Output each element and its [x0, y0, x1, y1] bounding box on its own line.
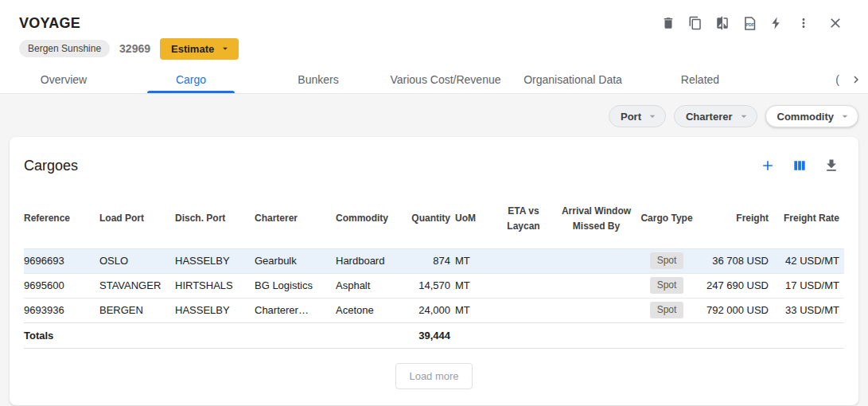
totals-quantity: 39,444 — [407, 322, 455, 348]
column-header-commodity: Commodity — [336, 189, 407, 248]
cell-arrival-window-missed-by — [557, 298, 640, 322]
cell-arrival-window-missed-by — [557, 248, 640, 273]
estimate-button-label: Estimate — [171, 43, 214, 55]
tab-related[interactable]: Related — [636, 65, 764, 93]
tab-overflow-partial[interactable]: ( — [764, 65, 844, 93]
chevron-down-icon — [220, 43, 231, 54]
download-button[interactable] — [819, 153, 844, 178]
close-button[interactable] — [822, 10, 849, 37]
cell-arrival-window-missed-by — [557, 273, 640, 298]
cell-charterer: Gearbulk — [255, 248, 336, 273]
delete-icon — [661, 16, 675, 30]
filter-charterer-label: Charterer — [686, 111, 733, 123]
load-more-button[interactable]: Load more — [395, 363, 472, 389]
pdf-export-button[interactable]: PDF — [736, 10, 763, 37]
totals-label: Totals — [24, 322, 99, 348]
download-icon — [823, 158, 839, 174]
tab-overview[interactable]: Overview — [0, 65, 127, 93]
copy-button[interactable] — [682, 10, 709, 37]
compare-icon — [715, 16, 730, 30]
vessel-chip[interactable]: Bergen Sunshine — [19, 40, 110, 57]
cell-freight: 36 708 USD — [698, 248, 773, 273]
filter-port[interactable]: Port — [609, 105, 666, 127]
cell-disch-port: HASSELBY — [175, 298, 255, 322]
cell-freight: 247 690 USD — [698, 273, 773, 298]
column-header-charterer: Charterer — [255, 189, 336, 248]
cell-freight-rate: 33 USD/MT — [773, 298, 844, 322]
more-menu-button[interactable] — [790, 10, 817, 37]
table-row[interactable]: 9696693 OSLO HASSELBY Gearbulk Hardboard… — [24, 248, 844, 273]
cell-quantity: 874 — [407, 248, 455, 273]
voyage-number: 32969 — [119, 42, 150, 55]
tab-cargo[interactable]: Cargo — [127, 65, 255, 93]
column-header-disch-port: Disch. Port — [175, 189, 255, 248]
cargo-table-body: 9696693 OSLO HASSELBY Gearbulk Hardboard… — [24, 248, 844, 322]
pdf-export-icon: PDF — [742, 16, 757, 31]
totals-row: Totals 39,444 — [24, 322, 844, 348]
more-menu-icon — [796, 16, 811, 30]
columns-icon — [792, 158, 808, 174]
plus-icon — [760, 158, 776, 174]
cell-load-port: OSLO — [99, 248, 175, 273]
card-title: Cargoes — [24, 158, 78, 174]
cell-uom: MT — [455, 298, 495, 322]
cell-cargo-type: Spot — [640, 298, 698, 322]
column-header-quantity: Quantity — [407, 189, 455, 248]
chevron-down-icon — [646, 110, 659, 123]
cell-eta-vs-laycan — [495, 273, 557, 298]
cell-freight: 792 000 USD — [698, 298, 773, 322]
filter-port-label: Port — [621, 111, 641, 123]
chevron-down-icon — [738, 110, 750, 123]
delete-button[interactable] — [655, 10, 682, 37]
cell-cargo-type: Spot — [640, 273, 698, 298]
filter-bar: Port Charterer Commodity — [0, 94, 868, 127]
column-header-uom: UoM — [455, 189, 495, 248]
copy-icon — [688, 16, 703, 30]
cargoes-table: Reference Load Port Disch. Port Chartere… — [24, 189, 844, 349]
tab-organisational-data[interactable]: Organisational Data — [509, 65, 636, 93]
cell-charterer: BG Logistics — [255, 273, 336, 298]
cell-eta-vs-laycan — [495, 248, 557, 273]
column-header-reference: Reference — [24, 189, 99, 248]
cargo-type-badge: Spot — [650, 302, 684, 318]
cell-commodity: Hardboard — [336, 248, 407, 273]
cell-eta-vs-laycan — [495, 298, 557, 322]
column-header-load-port: Load Port — [99, 189, 175, 248]
svg-text:PDF: PDF — [745, 22, 753, 27]
cell-load-port: BERGEN — [99, 298, 175, 322]
cell-commodity: Acetone — [336, 298, 407, 322]
close-icon — [827, 15, 843, 31]
filter-commodity-label: Commodity — [777, 111, 835, 123]
table-row[interactable]: 9693936 BERGEN HASSELBY Charterer… Aceto… — [24, 298, 844, 322]
quick-actions-icon — [769, 16, 784, 30]
cell-quantity: 24,000 — [407, 298, 455, 322]
cell-reference: 9693936 — [24, 298, 99, 322]
tab-bar: Overview Cargo Bunkers Various Cost/Reve… — [0, 65, 868, 94]
cell-commodity: Asphalt — [336, 273, 407, 298]
cell-disch-port: HASSELBY — [175, 248, 255, 273]
estimate-button[interactable]: Estimate — [160, 38, 239, 60]
column-header-eta-vs-laycan: ETA vs Laycan — [495, 189, 557, 248]
cargo-type-badge: Spot — [650, 277, 684, 294]
tab-various-cost-revenue[interactable]: Various Cost/Revenue — [382, 65, 509, 93]
column-settings-button[interactable] — [787, 153, 812, 178]
cargo-type-badge: Spot — [650, 252, 684, 269]
filter-charterer[interactable]: Charterer — [674, 105, 757, 127]
chevron-right-icon — [849, 72, 863, 87]
column-header-freight-rate: Freight Rate — [773, 189, 844, 248]
add-cargo-button[interactable] — [755, 153, 780, 178]
cell-load-port: STAVANGER — [99, 273, 175, 298]
page-title: VOYAGE — [19, 15, 80, 32]
chevron-down-icon — [839, 110, 851, 123]
column-header-arrival-window-missed-by: Arrival Window Missed By — [557, 189, 640, 248]
tabs-scroll-right-button[interactable] — [844, 65, 868, 93]
quick-actions-button[interactable] — [763, 10, 790, 37]
cell-cargo-type: Spot — [640, 248, 698, 273]
app-header: VOYAGE PDF Bergen Sunshine 32969 Estimat… — [0, 0, 868, 94]
column-header-freight: Freight — [698, 189, 773, 248]
tab-bunkers[interactable]: Bunkers — [255, 65, 382, 93]
filter-commodity[interactable]: Commodity — [765, 105, 859, 127]
cell-uom: MT — [455, 273, 495, 298]
table-row[interactable]: 9695600 STAVANGER HIRTSHALS BG Logistics… — [24, 273, 844, 298]
compare-button[interactable] — [709, 10, 736, 37]
